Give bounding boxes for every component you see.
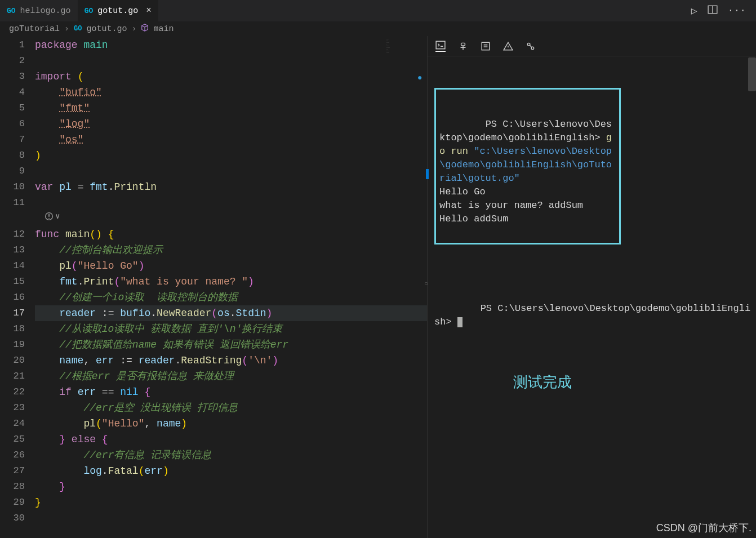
code-area[interactable]: package mainimport ( "bufio" "fmt" "log"… — [35, 36, 427, 538]
more-icon[interactable]: ··· — [728, 5, 746, 16]
tab-problems[interactable] — [503, 41, 513, 51]
chevron-right-icon: › — [64, 24, 69, 34]
minimap[interactable]: ▬▬▬▬▬▬▬▬▬▬▬▬▬▬▬▬▬▬▬▬▬▬▬▬▬▬▬ — [386, 38, 420, 83]
tab-label: hellogo.go — [20, 6, 71, 16]
split-editor-icon[interactable] — [708, 5, 718, 17]
run-icon[interactable]: ▷ — [691, 5, 697, 17]
package-icon — [141, 24, 149, 34]
annotation-text: 测试完成 — [513, 375, 756, 389]
breadcrumb-symbol: main — [153, 24, 174, 34]
cursor — [457, 317, 463, 327]
terminal-output[interactable]: ● PS C:\Users\lenovo\Desktop\godemo\gobl… — [428, 56, 756, 416]
tab-hellogo[interactable]: GO hellogo.go — [0, 0, 78, 21]
terminal-line: Hello addSum — [439, 214, 508, 224]
tab-label: gotut.go — [97, 6, 138, 16]
tab-bar: GO hellogo.go GO gotut.go × ▷ ··· — [0, 0, 756, 21]
close-icon[interactable]: × — [146, 6, 152, 16]
go-icon: GO — [74, 25, 82, 33]
line-gutter: 1234567891011121314151617181920212223242… — [0, 36, 35, 538]
editor[interactable]: 1234567891011121314151617181920212223242… — [0, 36, 427, 538]
terminal-line: PS C:\Users\lenovo\Desktop\godemo\goblib… — [439, 119, 612, 143]
svg-rect-6 — [482, 42, 490, 50]
terminal-line: Hello Go — [439, 186, 486, 197]
scrollbar[interactable] — [748, 57, 756, 91]
tab-terminal[interactable] — [435, 40, 446, 52]
tab-output[interactable] — [481, 41, 491, 51]
editor-actions: ▷ ··· — [691, 5, 756, 17]
svg-line-12 — [530, 45, 531, 47]
go-icon: GO — [85, 7, 94, 15]
breadcrumb-file: gotut.go — [86, 24, 127, 34]
svg-rect-2 — [436, 41, 445, 49]
svg-point-10 — [527, 43, 530, 46]
terminal-line: what is your name? addSum — [439, 200, 583, 211]
breadcrumb[interactable]: goTutorial › GO gotut.go › main — [0, 21, 756, 36]
chevron-right-icon: › — [131, 24, 136, 34]
tab-ports[interactable] — [526, 41, 536, 51]
panel-tabs — [428, 36, 756, 56]
watermark: CSDN @门前大桥下. — [656, 521, 751, 535]
terminal-highlight-box: ● PS C:\Users\lenovo\Desktop\godemo\gobl… — [434, 88, 621, 244]
tab-debug-console[interactable] — [458, 41, 468, 51]
svg-point-11 — [531, 47, 534, 50]
svg-rect-3 — [461, 43, 465, 46]
idle-marker-icon: ○ — [424, 277, 428, 291]
active-marker-icon: ● — [417, 71, 422, 85]
tab-gotut[interactable]: GO gotut.go × — [78, 0, 158, 21]
sash-indicator[interactable] — [426, 169, 429, 179]
breadcrumb-folder: goTutorial — [9, 24, 60, 34]
codelens-run[interactable]: ∨ — [45, 211, 60, 221]
go-icon: GO — [7, 7, 16, 15]
terminal-line: PS C:\Users\lenovo\Desktop\godemo\goblib… — [434, 303, 750, 327]
terminal-panel: ● PS C:\Users\lenovo\Desktop\godemo\gobl… — [427, 36, 756, 538]
